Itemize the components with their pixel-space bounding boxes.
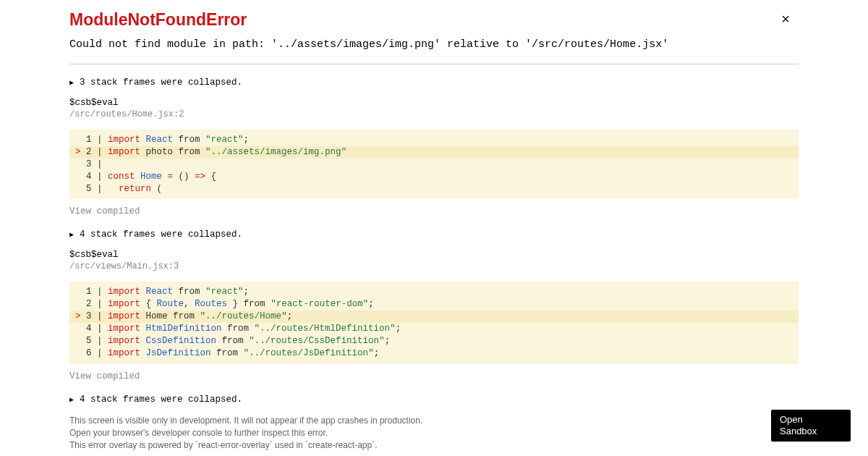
chevron-right-icon: ▶ <box>69 395 74 404</box>
footer-line: This screen is visible only in developme… <box>69 415 799 427</box>
error-overlay: × ModuleNotFoundError Could not find mod… <box>0 0 868 452</box>
collapsed-frames-toggle[interactable]: ▶ 4 stack frames were collapsed. <box>69 229 799 240</box>
chevron-right-icon: ▶ <box>69 230 74 239</box>
footer-note: This screen is visible only in developme… <box>69 415 799 452</box>
view-compiled-link[interactable]: View compiled <box>69 371 799 381</box>
close-icon[interactable]: × <box>781 12 790 26</box>
footer-line: This error overlay is powered by `react-… <box>69 439 799 452</box>
view-compiled-link[interactable]: View compiled <box>69 206 799 216</box>
chevron-right-icon: ▶ <box>69 78 74 87</box>
collapsed-frames-label: 4 stack frames were collapsed. <box>80 394 242 405</box>
collapsed-frames-toggle[interactable]: ▶ 4 stack frames were collapsed. <box>69 394 799 405</box>
stack-frame-location: /src/routes/Home.jsx:2 <box>69 109 799 119</box>
collapsed-frames-label: 3 stack frames were collapsed. <box>80 77 242 88</box>
collapsed-frames-label: 4 stack frames were collapsed. <box>80 229 242 240</box>
stack-frame-name: $csb$eval <box>69 250 799 260</box>
stack-frame-name: $csb$eval <box>69 98 799 108</box>
stack-frame-location: /src/views/Main.jsx:3 <box>69 261 799 271</box>
collapsed-frames-toggle[interactable]: ▶ 3 stack frames were collapsed. <box>69 77 799 88</box>
footer-line: Open your browser's developer console to… <box>69 427 799 439</box>
code-snippet: 1 | import React from "react"; 2 | impor… <box>69 282 799 363</box>
code-snippet: 1 | import React from "react"; > 2 | imp… <box>69 130 799 199</box>
error-title: ModuleNotFoundError <box>69 10 799 30</box>
error-message: Could not find module in path: '../asset… <box>69 38 799 64</box>
open-sandbox-button[interactable]: Open Sandbox <box>771 410 851 442</box>
